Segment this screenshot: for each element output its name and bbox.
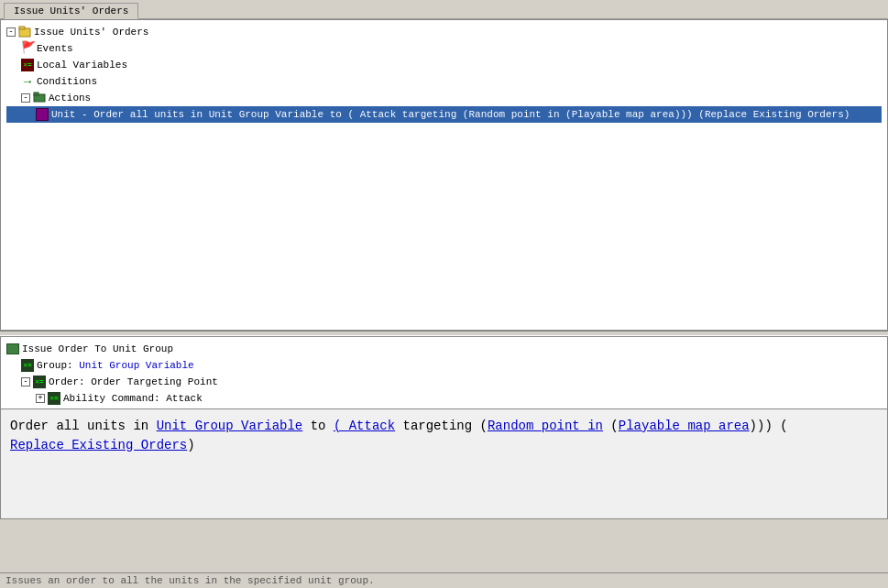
group-link[interactable]: Unit Group Variable: [79, 360, 193, 371]
ability-label: Ability Command: Attack: [63, 393, 203, 404]
bottom-tree-container: Issue Order To Unit Group ✕= Group: Unit…: [1, 337, 887, 409]
desc-middle3: (: [603, 419, 619, 433]
desc-middle2: targeting (: [395, 419, 488, 433]
desc-suffix2: ): [187, 438, 194, 452]
bottom-root-label: Issue Order To Unit Group: [22, 343, 173, 354]
group-icon: ✕=: [21, 359, 34, 372]
tree-events[interactable]: 🚩 Events: [6, 40, 882, 57]
root-icon: [18, 26, 31, 38]
action1-label: Unit - Order all units in Unit Group Var…: [51, 109, 850, 120]
expand-icon[interactable]: -: [6, 27, 16, 37]
action1-icon: [36, 108, 49, 121]
actions-label: Actions: [49, 93, 91, 103]
bottom-root-icon: [6, 343, 19, 354]
svg-rect-1: [19, 27, 25, 29]
main-wrapper: Issue Units' Orders - Issue U: [0, 0, 888, 588]
group-label: Group: Unit Group Variable: [37, 360, 194, 371]
status-bar: Issues an order to all the units in the …: [0, 572, 888, 588]
desc-link5[interactable]: Replace Existing Orders: [10, 438, 187, 452]
desc-suffix1: ))) (: [750, 419, 788, 433]
bottom-root[interactable]: Issue Order To Unit Group: [6, 341, 882, 357]
tab-bar: Issue Units' Orders: [0, 0, 888, 19]
desc-middle1: to: [302, 419, 334, 433]
bottom-order[interactable]: - ✕= Order: Order Targeting Point: [6, 374, 882, 390]
tree-conditions[interactable]: → Conditions: [6, 73, 882, 90]
top-tree-container: - Issue Units' Orders 🚩: [1, 20, 887, 126]
bottom-tree-panel[interactable]: Issue Order To Unit Group ✕= Group: Unit…: [0, 336, 888, 409]
tab-issue-units-orders[interactable]: Issue Units' Orders: [4, 3, 138, 19]
section-top: - Issue Units' Orders 🚩: [0, 19, 888, 331]
order-label: Order: Order Targeting Point: [49, 376, 218, 387]
status-text: Issues an order to all the units in the …: [5, 575, 375, 586]
tree-local-vars[interactable]: ✕= Local Variables: [6, 57, 882, 73]
desc-prefix: Order all units in: [10, 419, 157, 433]
conditions-icon: →: [21, 75, 34, 88]
order-expand-icon[interactable]: -: [21, 377, 30, 387]
desc-link4[interactable]: Playable map area: [619, 419, 750, 433]
top-tree-panel[interactable]: - Issue Units' Orders 🚩: [0, 19, 888, 331]
order-icon: ✕=: [33, 376, 46, 388]
tree-action1[interactable]: Unit - Order all units in Unit Group Var…: [6, 106, 882, 123]
actions-folder-icon: [33, 92, 46, 104]
tree-root[interactable]: - Issue Units' Orders: [6, 24, 882, 40]
ability-expand-icon[interactable]: +: [36, 394, 45, 403]
tree-actions[interactable]: - Actions: [6, 90, 882, 106]
local-vars-icon: ✕=: [21, 59, 34, 71]
desc-link1[interactable]: Unit Group Variable: [157, 419, 303, 433]
description-panel: Order all units in Unit Group Variable t…: [0, 409, 888, 519]
events-label: Events: [37, 43, 73, 54]
root-label: Issue Units' Orders: [34, 27, 148, 38]
desc-link2[interactable]: ( Attack: [334, 419, 395, 433]
ability-icon: ✕=: [48, 392, 60, 405]
bottom-ability[interactable]: + ✕= Ability Command: Attack: [6, 390, 882, 407]
bottom-group[interactable]: ✕= Group: Unit Group Variable: [6, 357, 882, 374]
svg-rect-3: [34, 93, 38, 95]
local-vars-label: Local Variables: [37, 60, 127, 71]
actions-expand-icon[interactable]: -: [21, 93, 30, 103]
section-bottom: Issue Order To Unit Group ✕= Group: Unit…: [0, 336, 888, 588]
desc-link3[interactable]: Random point in: [488, 419, 603, 433]
flag-icon: 🚩: [21, 42, 34, 55]
tab-label: Issue Units' Orders: [14, 5, 128, 16]
conditions-label: Conditions: [37, 76, 97, 87]
